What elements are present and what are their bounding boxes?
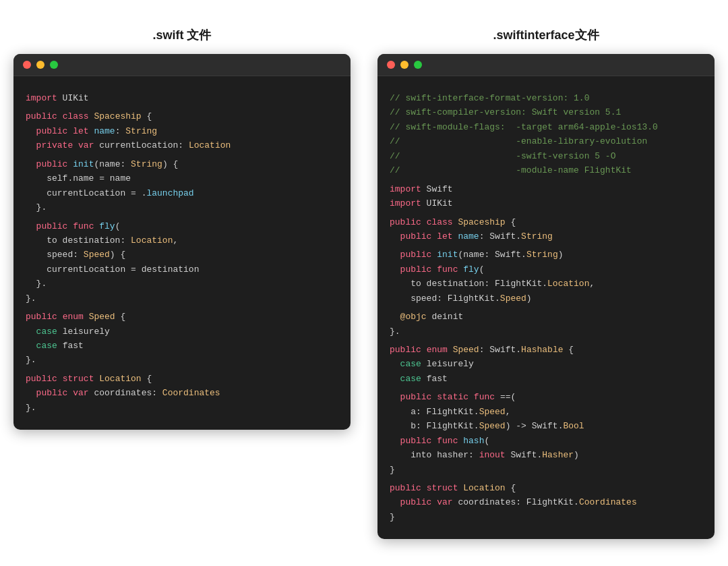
left-code-body: import UIKit public class Spaceship { pu…	[13, 76, 351, 430]
code-line: // -enable-library-evolution	[390, 134, 702, 148]
code-line: private var currentLocation: Location	[26, 138, 338, 152]
left-dot-red	[23, 61, 31, 69]
code-line: a: FlightKit.Speed,	[390, 405, 702, 419]
code-line: to destination: FlightKit.Location,	[390, 277, 702, 291]
code-line: import UIKit	[26, 91, 338, 105]
code-line: public func fly(	[390, 262, 702, 277]
code-line: speed: Speed) {	[26, 248, 338, 262]
right-titlebar	[377, 54, 715, 76]
code-line: // -swift-version 5 -O	[390, 149, 702, 163]
code-line: public init(name: Swift.String)	[390, 248, 702, 262]
left-code-window: import UIKit public class Spaceship { pu…	[13, 54, 351, 430]
code-line: currentLocation = destination	[26, 262, 338, 277]
code-line: import Swift	[390, 182, 702, 196]
right-code-body: // swift-interface-format-version: 1.0 /…	[377, 76, 715, 539]
left-dot-yellow	[36, 61, 44, 69]
code-line: public enum Speed {	[26, 310, 338, 324]
code-line: public var coordinates: FlightKit.Coordi…	[390, 495, 702, 509]
left-panel-title: .swift 文件	[152, 27, 211, 43]
code-line: case leisurely	[390, 357, 702, 371]
code-line: // swift-compiler-version: Swift version…	[390, 105, 702, 119]
code-line: public let name: Swift.String	[390, 229, 702, 244]
code-line: to destination: Location,	[26, 233, 338, 248]
left-dot-green	[50, 61, 58, 69]
right-dot-yellow	[400, 61, 408, 69]
code-line: public class Spaceship {	[26, 109, 338, 123]
code-line: }.	[26, 401, 338, 415]
code-line: into hasher: inout Swift.Hasher)	[390, 448, 702, 462]
code-line: public class Spaceship {	[390, 215, 702, 229]
right-panel-title: .swiftinterface文件	[493, 27, 599, 43]
code-line: speed: FlightKit.Speed)	[390, 291, 702, 306]
code-line: public var coordinates: Coordinates	[26, 386, 338, 400]
right-panel-wrapper: .swiftinterface文件 // swift-interface-for…	[377, 27, 715, 539]
code-line: public let name: String	[26, 124, 338, 138]
code-line: }.	[390, 324, 702, 339]
code-line: // swift-module-flags: -target arm64-app…	[390, 120, 702, 134]
right-dot-green	[414, 61, 422, 69]
code-line: // -module-name FlightKit	[390, 163, 702, 177]
code-line: case leisurely	[26, 324, 338, 339]
code-line: public static func ==(	[390, 390, 702, 404]
code-line: }.	[26, 277, 338, 291]
code-line: public func fly(	[26, 219, 338, 233]
left-panel-wrapper: .swift 文件 import UIKit public class Spac…	[13, 27, 351, 430]
code-line: }	[390, 510, 702, 524]
main-container: .swift 文件 import UIKit public class Spac…	[13, 27, 715, 539]
code-line: self.name = name	[26, 171, 338, 186]
code-line: }.	[26, 353, 338, 367]
code-line: public struct Location {	[390, 481, 702, 495]
left-titlebar	[13, 54, 351, 76]
right-dot-red	[387, 61, 395, 69]
code-line: import UIKit	[390, 196, 702, 210]
code-line: public func hash(	[390, 434, 702, 448]
right-code-window: // swift-interface-format-version: 1.0 /…	[377, 54, 715, 539]
code-line: public struct Location {	[26, 372, 338, 386]
code-line: }.	[26, 200, 338, 215]
code-line: @objc deinit	[390, 310, 702, 324]
code-line: }.	[26, 291, 338, 306]
code-line: b: FlightKit.Speed) -> Swift.Bool	[390, 419, 702, 433]
code-line: currentLocation = .launchpad	[26, 186, 338, 200]
code-line: }	[390, 463, 702, 477]
code-line: // swift-interface-format-version: 1.0	[390, 91, 702, 105]
code-line: public init(name: String) {	[26, 157, 338, 171]
code-line: case fast	[26, 339, 338, 353]
code-line: public enum Speed: Swift.Hashable {	[390, 343, 702, 357]
code-line: case fast	[390, 372, 702, 386]
